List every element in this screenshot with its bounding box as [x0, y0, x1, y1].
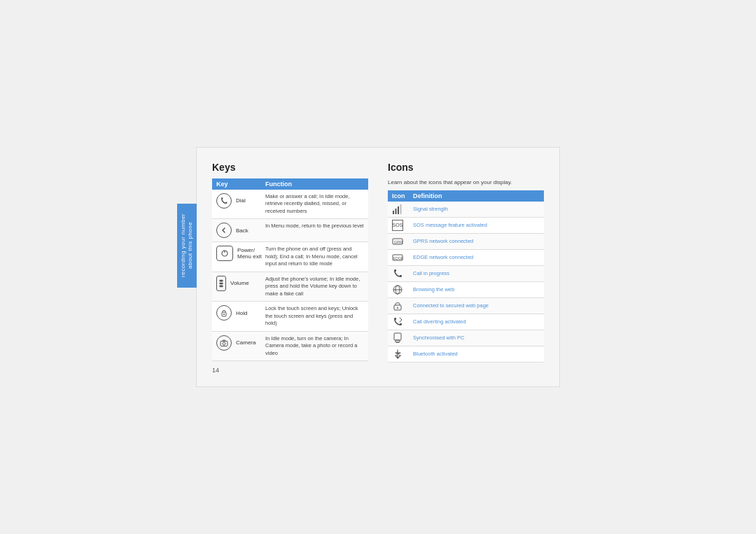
- key-cell-dial: Dial: [216, 193, 265, 209]
- svg-text:EDGE: EDGE: [393, 256, 403, 260]
- svg-rect-12: [400, 204, 402, 214]
- divert-definition: Call diverting activated: [413, 318, 540, 325]
- hold-function: Lock the touch screen and keys; Unlock t…: [265, 305, 364, 328]
- icons-row: Bluetooth activated: [388, 346, 544, 363]
- signal-icon-cell: [392, 204, 413, 215]
- camera-function: In Idle mode, turn on the camera; In Cam…: [265, 335, 364, 358]
- camera-icon: [216, 335, 232, 351]
- secure-definition: Connected to secured web page: [413, 302, 540, 309]
- icons-row: Browsing the web: [388, 282, 544, 298]
- call-definition: Call in progress: [413, 270, 540, 277]
- hold-label: Hold: [236, 310, 247, 316]
- svg-point-8: [223, 342, 225, 345]
- page-number: 14: [212, 367, 368, 374]
- web-icon-cell: [392, 284, 413, 295]
- power-function: Turn the phone on and off (press and hol…: [265, 246, 364, 268]
- icons-row: Synchronised with PC: [388, 330, 544, 346]
- back-label: Back: [236, 227, 248, 234]
- two-columns: Keys Key Function Dial Make or answer a …: [212, 162, 544, 374]
- def-col-header: Definition: [413, 192, 540, 199]
- dial-label: Dial: [236, 197, 246, 204]
- dial-icon: [216, 193, 232, 209]
- keys-section: Keys Key Function Dial Make or answer a …: [212, 162, 368, 374]
- key-cell-back: Back: [216, 223, 265, 238]
- icons-table-header: Icon Definition: [388, 190, 544, 202]
- keys-table-header: Key Function: [212, 178, 368, 190]
- icons-row: Call diverting activated: [388, 314, 544, 330]
- table-row: Hold Lock the touch screen and keys; Unl…: [212, 302, 368, 332]
- divert-icon-cell: [392, 316, 413, 328]
- camera-label: Camera: [236, 339, 255, 346]
- sos-icon: SOS: [392, 220, 403, 231]
- sync-icon-cell: [392, 332, 413, 344]
- svg-text:GPRS: GPRS: [394, 240, 403, 244]
- icons-row: GPRS GPRS network connected: [388, 234, 544, 250]
- back-icon: [216, 223, 232, 238]
- icons-row: Call in progress: [388, 266, 544, 282]
- key-cell-volume: Volume: [216, 276, 265, 291]
- edge-icon-cell: EDGE: [392, 252, 413, 263]
- key-cell-camera: Camera: [216, 335, 265, 351]
- key-col-header: Key: [216, 181, 265, 188]
- icons-title: Icons: [388, 162, 544, 173]
- table-row: Dial Make or answer a call; In Idle mode…: [212, 190, 368, 220]
- icons-description: Learn about the icons that appear on you…: [388, 178, 544, 186]
- back-function: In Menu mode, return to the previous lev…: [265, 223, 364, 230]
- bluetooth-icon-cell: [392, 349, 413, 360]
- svg-rect-10: [396, 209, 397, 214]
- bluetooth-definition: Bluetooth activated: [413, 351, 540, 358]
- volume-icon: [216, 276, 226, 291]
- volume-function: Adjust the phone's volume; In Idle mode,…: [265, 276, 364, 298]
- icons-row: Connected to secured web page: [388, 298, 544, 314]
- sos-definition: SOS message feature activated: [413, 222, 540, 229]
- icons-section: Icons Learn about the icons that appear …: [388, 162, 544, 374]
- table-row: Back In Menu mode, return to the previou…: [212, 219, 368, 242]
- table-row: Volume Adjust the phone's volume; In Idl…: [212, 272, 368, 302]
- edge-definition: EDGE network connected: [413, 254, 540, 261]
- icons-row: Signal strength: [388, 202, 544, 218]
- secure-icon-cell: [392, 300, 413, 311]
- page-container: recording your numberabout this phone Ke…: [196, 147, 560, 388]
- svg-rect-3: [219, 282, 223, 284]
- icons-row: SOS SOS message feature activated: [388, 218, 544, 234]
- svg-point-21: [397, 307, 398, 309]
- key-cell-power: Power/Menu exit: [216, 246, 265, 261]
- svg-point-6: [223, 314, 225, 315]
- func-col-header: Function: [265, 181, 364, 188]
- side-tab-text: recording your numberabout this phone: [180, 213, 195, 277]
- key-cell-hold: Hold: [216, 305, 265, 321]
- gprs-definition: GPRS network connected: [413, 238, 540, 245]
- signal-definition: Signal strength: [413, 206, 540, 213]
- svg-rect-11: [398, 206, 399, 214]
- keys-title: Keys: [212, 162, 368, 173]
- sync-definition: Synchronised with PC: [413, 335, 540, 342]
- power-label: Power/Menu exit: [237, 247, 262, 260]
- icons-row: EDGE EDGE network connected: [388, 250, 544, 266]
- icon-col-header: Icon: [392, 192, 413, 199]
- power-icon: [216, 246, 233, 261]
- call-icon-cell: [392, 268, 413, 279]
- hold-icon: [216, 305, 232, 321]
- svg-rect-2: [219, 280, 223, 282]
- table-row: Power/Menu exit Turn the phone on and of…: [212, 242, 368, 272]
- volume-label: Volume: [230, 280, 249, 286]
- table-row: Camera In Idle mode, turn on the camera;…: [212, 332, 368, 362]
- gprs-icon-cell: GPRS: [392, 236, 413, 247]
- web-definition: Browsing the web: [413, 286, 540, 293]
- svg-rect-22: [394, 333, 401, 340]
- svg-rect-9: [393, 211, 394, 214]
- side-tab: recording your numberabout this phone: [177, 204, 197, 288]
- svg-rect-4: [219, 285, 223, 287]
- sos-icon-cell: SOS: [392, 220, 413, 231]
- dial-function: Make or answer a call; In Idle mode, ret…: [265, 193, 364, 216]
